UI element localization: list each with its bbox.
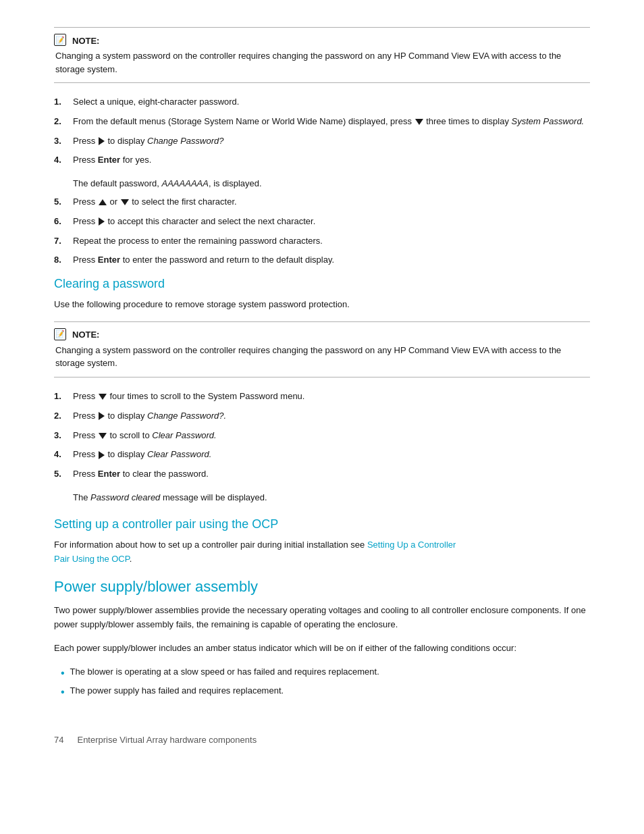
controller-pair-intro-after: .: [130, 554, 132, 564]
controller-pair-intro: For information about how to set up a co…: [54, 538, 590, 567]
step-6: 6. Press to accept this character and se…: [54, 215, 590, 229]
clear-step-2-num: 2.: [54, 409, 73, 423]
power-supply-heading: Power supply/blower assembly: [54, 578, 590, 596]
step-2-num: 2.: [54, 115, 73, 129]
top-note-title: NOTE:: [72, 36, 99, 46]
step-5: 5. Press or to select the first characte…: [54, 195, 590, 209]
clear-step-5-subnote: The Password cleared message will be dis…: [73, 491, 590, 505]
tri-up-icon: [99, 199, 107, 205]
step-3-content: Press to display Change Password?: [73, 134, 590, 149]
step-7-num: 7.: [54, 234, 73, 249]
set-password-steps-cont: 5. Press or to select the first characte…: [54, 195, 590, 267]
bullet-2-text: The power supply has failed and requires…: [70, 684, 284, 698]
step-4: 4. Press Enter for yes.: [54, 153, 590, 167]
tri-down-icon-3: [99, 394, 107, 400]
step-4-num: 4.: [54, 153, 73, 167]
step-2-content: From the default menus (Storage System N…: [73, 115, 590, 129]
tri-right-icon: [99, 137, 105, 145]
step-5-num: 5.: [54, 195, 73, 209]
top-note-label: 📝 NOTE:: [54, 34, 590, 47]
bullet-2: The power supply has failed and requires…: [61, 684, 590, 701]
clear-step-4-num: 4.: [54, 448, 73, 462]
top-note-text: Changing a system password on the contro…: [54, 49, 590, 76]
clear-step-4: 4. Press to display Clear Password.: [54, 448, 590, 462]
clear-step-5-num: 5.: [54, 467, 73, 481]
step-6-content: Press to accept this character and selec…: [73, 215, 590, 229]
clear-step-1: 1. Press four times to scroll to the Sys…: [54, 390, 590, 404]
set-password-steps: 1. Select a unique, eight-character pass…: [54, 95, 590, 167]
step-5-content: Press or to select the first character.: [73, 195, 590, 209]
bullet-1: The blower is operating at a slow speed …: [61, 665, 590, 682]
clear-step-3: 3. Press to scroll to Clear Password.: [54, 429, 590, 443]
clear-step-3-num: 3.: [54, 429, 73, 443]
clear-step-2-content: Press to display Change Password?.: [73, 409, 590, 423]
step-8-num: 8.: [54, 253, 73, 267]
clearing-intro: Use the following procedure to remove st…: [54, 298, 590, 312]
clearing-note-title: NOTE:: [72, 330, 99, 340]
clear-step-4-content: Press to display Clear Password.: [73, 448, 590, 462]
step-6-num: 6.: [54, 215, 73, 229]
tri-down-icon-2: [121, 199, 129, 205]
step-3: 3. Press to display Change Password?: [54, 134, 590, 149]
clearing-note-box: 📝 NOTE: Changing a system password on th…: [54, 321, 590, 377]
clearing-password-heading: Clearing a password: [54, 277, 590, 291]
step-2: 2. From the default menus (Storage Syste…: [54, 115, 590, 129]
tri-right-icon-4: [99, 451, 105, 459]
clearing-note-text: Changing a system password on the contro…: [54, 344, 590, 370]
step-3-num: 3.: [54, 134, 73, 149]
top-note-box: 📝 NOTE: Changing a system password on th…: [54, 27, 590, 83]
note-icon-2: 📝: [54, 328, 66, 340]
bullet-1-text: The blower is operating at a slow speed …: [70, 665, 379, 679]
step-4-subnote: The default password, AAAAAAAA, is displ…: [73, 177, 590, 191]
page-footer: 74 Enterprise Virtual Array hardware com…: [54, 735, 590, 745]
clear-step-3-content: Press to scroll to Clear Password.: [73, 429, 590, 443]
tri-right-icon-3: [99, 412, 105, 420]
controller-pair-heading: Setting up a controller pair using the O…: [54, 517, 590, 531]
clear-step-2: 2. Press to display Change Password?.: [54, 409, 590, 423]
step-1-num: 1.: [54, 95, 73, 109]
clearing-note-label: 📝 NOTE:: [54, 329, 590, 341]
power-supply-bullets: The blower is operating at a slow speed …: [61, 665, 590, 701]
tri-down-icon-4: [99, 433, 107, 439]
step-8: 8. Press Enter to enter the password and…: [54, 253, 590, 267]
power-supply-para2: Each power supply/blower includes an amb…: [54, 642, 590, 656]
controller-pair-intro-before: For information about how to set up a co…: [54, 540, 367, 550]
footer-text: Enterprise Virtual Array hardware compon…: [77, 735, 257, 745]
note-icon: 📝: [54, 34, 66, 46]
power-supply-para1: Two power supply/blower assemblies provi…: [54, 604, 590, 632]
clearing-steps: 1. Press four times to scroll to the Sys…: [54, 390, 590, 481]
step-7-content: Repeat the process to enter the remainin…: [73, 234, 590, 249]
page-number: 74: [54, 735, 63, 745]
step-8-content: Press Enter to enter the password and re…: [73, 253, 590, 267]
clear-step-1-num: 1.: [54, 390, 73, 404]
step-7: 7. Repeat the process to enter the remai…: [54, 234, 590, 249]
step-4-content: Press Enter for yes.: [73, 153, 590, 167]
tri-right-icon-2: [99, 217, 105, 226]
tri-down-icon: [415, 119, 423, 125]
step-1-content: Select a unique, eight-character passwor…: [73, 95, 590, 109]
clear-step-1-content: Press four times to scroll to the System…: [73, 390, 590, 404]
step-1: 1. Select a unique, eight-character pass…: [54, 95, 590, 109]
clear-step-5-content: Press Enter to clear the password.: [73, 467, 590, 481]
clear-step-5: 5. Press Enter to clear the password.: [54, 467, 590, 481]
